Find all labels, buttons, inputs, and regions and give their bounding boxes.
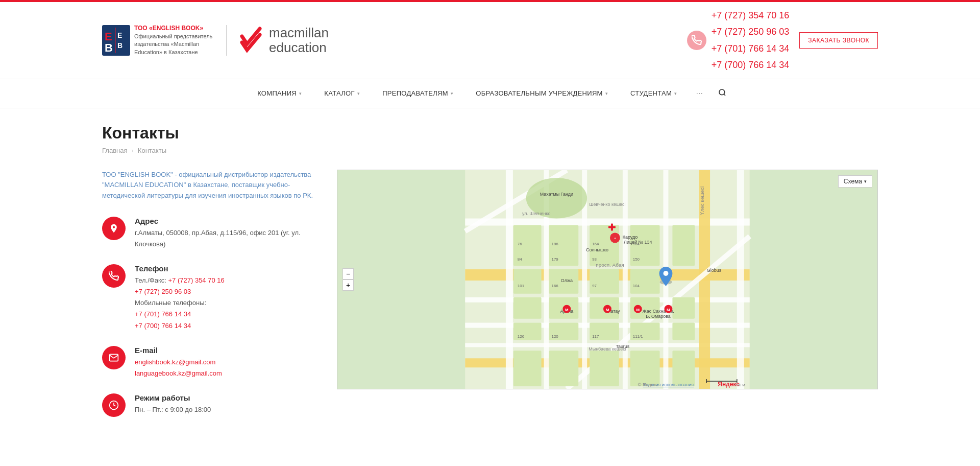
svg-rect-22 [737,170,744,389]
svg-rect-48 [672,351,695,386]
svg-text:E: E [117,31,122,39]
map-zoom-controls: − + [342,268,354,291]
svg-text:104: 104 [633,242,640,246]
svg-text:76: 76 [518,242,522,246]
breadcrumb-separator: › [131,147,133,154]
phone1-link[interactable]: +7 (727) 354 70 16 [712,7,790,24]
svg-rect-27 [513,297,542,318]
map-zoom-in[interactable]: + [342,279,354,291]
svg-text:B: B [105,41,113,54]
nav-institutions[interactable]: ОБРАЗОВАТЕЛЬНЫМ УЧРЕЖДЕНИЯМ ▾ [464,80,619,106]
email2-link[interactable]: languagebook.kz@gmail.com [135,369,222,377]
phone2-contact-link[interactable]: +7 (727) 250 96 03 [135,288,191,295]
svg-text:Солнышко: Солнышко [586,247,608,252]
eb-text: ТОО «ENGLISH BOOK» Официальный представи… [134,24,216,56]
main-nav: КОМПАНИЯ ▾ КАТАЛОГ ▾ ПРЕПОДАВАТЕЛЯМ ▾ ОБ… [0,79,980,108]
map-zoom-out[interactable]: − [342,268,354,279]
phone-info: Телефон Тел./Факс: +7 (727) 354 70 16 +7… [135,264,316,331]
nav-company[interactable]: КОМПАНИЯ ▾ [246,80,313,106]
svg-text:120: 120 [552,334,559,339]
callback-button[interactable]: ЗАКАЗАТЬ ЗВОНОК [799,32,878,49]
svg-text:Махатмы Ганди: Махатмы Ганди [540,191,573,196]
breadcrumb-home[interactable]: Главная [102,147,127,154]
svg-text:Б. Омарова: Б. Омарова [646,313,670,318]
address-label: Адрес [135,217,316,225]
nav-catalog[interactable]: КАТАЛОГ ▾ [313,80,371,106]
svg-text:Мынбаева кешесі: Мынбаева кешесі [589,346,626,352]
nav-catalog-arrow: ▾ [357,91,360,96]
phone-detail: Тел./Факс: +7 (727) 354 70 16 +7 (727) 2… [135,275,316,331]
map-schema-arrow: ▾ [864,179,867,184]
address-info: Адрес г.Алматы, 050008, пр.Абая, д.115/9… [135,217,316,250]
phone-numbers: +7 (727) 354 70 16 +7 (727) 250 96 03 +7… [712,7,790,74]
nav-company-arrow: ▾ [299,91,302,96]
svg-rect-26 [513,269,542,294]
svg-rect-34 [590,269,619,294]
hours-icon [102,393,126,417]
svg-text:166: 166 [552,283,559,288]
mobile2-link[interactable]: +7 (700) 766 14 34 [135,322,191,330]
svg-text:111/1: 111/1 [633,334,643,339]
svg-text:150: 150 [633,257,640,262]
contact-left: ТОО "ENGLISH BOOK" - официальный дистриб… [102,170,316,431]
svg-text:© Яндекс: © Яндекс [638,382,658,387]
macmillan-text: macmillan education [269,26,329,55]
phone-icon [687,31,706,50]
page-content: Контакты Главная › Контакты ТОО "ENGLISH… [0,108,980,457]
svg-text:M: M [565,307,569,312]
nav-more[interactable]: ··· [689,80,710,107]
mobile1-link[interactable]: +7 (701) 766 14 34 [135,310,191,318]
phone-block: +7 (727) 354 70 16 +7 (727) 250 96 03 +7… [687,7,790,74]
svg-rect-65 [611,223,613,230]
nav-teachers[interactable]: ПРЕПОДАВАТЕЛЯМ ▾ [371,80,464,106]
hours-info: Режим работы Пн. – Пт.: с 9:00 до 18:00 [135,393,316,415]
svg-rect-38 [630,269,660,294]
svg-text:Карудо: Карудо [623,235,638,240]
phone2-link[interactable]: +7 (727) 250 96 03 [712,24,790,40]
svg-text:ул. Шевченко: ул. Шевченко [522,211,551,216]
page-title: Контакты [102,124,878,143]
nav-search-icon[interactable] [710,79,734,108]
phone-contact-icon [102,264,126,288]
svg-text:Globus: Globus [707,268,722,273]
email-detail: englishbook.kz@gmail.com languagebook.kz… [135,357,316,379]
contact-layout: ТОО "ENGLISH BOOK" - официальный дистриб… [102,170,878,431]
svg-rect-3 [115,28,116,53]
svg-text:Олжа: Олжа [561,278,573,283]
svg-text:179: 179 [552,257,559,262]
macmillan-logo: macmillan education [237,26,329,55]
hours-detail: Пн. – Пт.: с 9:00 до 18:00 [135,404,316,415]
phone3-link[interactable]: +7 (701) 766 14 34 [712,40,790,57]
contact-hours: Режим работы Пн. – Пт.: с 9:00 до 18:00 [102,393,316,417]
svg-text:93: 93 [592,257,597,262]
address-icon [102,217,126,240]
svg-text:126: 126 [518,334,525,339]
svg-text:B: B [117,41,122,50]
email1-link[interactable]: englishbook.kz@gmail.com [135,358,215,366]
breadcrumb: Главная › Контакты [102,147,878,154]
map-schema-button[interactable]: Схема ▾ [838,175,872,188]
svg-text:просп. Абая: просп. Абая [596,262,624,268]
contact-email: E-mail englishbook.kz@gmail.com language… [102,346,316,379]
nav-teachers-arrow: ▾ [451,91,453,96]
header: E B E B ТОО «ENGLISH BOOK» Официальный п… [0,2,980,79]
header-right: +7 (727) 354 70 16 +7 (727) 250 96 03 +7… [687,7,878,74]
svg-rect-44 [513,351,542,386]
svg-text:100 м: 100 м [734,383,745,387]
svg-text:84: 84 [518,257,522,262]
svg-rect-45 [549,351,579,386]
svg-text:164: 164 [592,242,599,246]
svg-line-7 [724,94,725,96]
svg-text:117: 117 [592,334,599,339]
header-logos: E B E B ТОО «ENGLISH BOOK» Официальный п… [102,24,329,56]
map-container[interactable]: просп. Абая Үлес кешесі ул. Шевченко Шев… [337,170,878,389]
svg-rect-42 [672,297,695,318]
contact-phone: Телефон Тел./Факс: +7 (727) 354 70 16 +7… [102,264,316,331]
nav-students[interactable]: СТУДЕНТАМ ▾ [619,80,688,106]
phone4-link[interactable]: +7 (700) 766 14 34 [712,57,790,73]
svg-text:M: M [636,307,640,312]
logo-divider [226,25,227,56]
svg-rect-46 [590,351,619,386]
phone-fax-link[interactable]: +7 (727) 354 70 16 [168,276,225,284]
english-book-logo[interactable]: E B E B ТОО «ENGLISH BOOK» Официальный п… [102,24,216,56]
